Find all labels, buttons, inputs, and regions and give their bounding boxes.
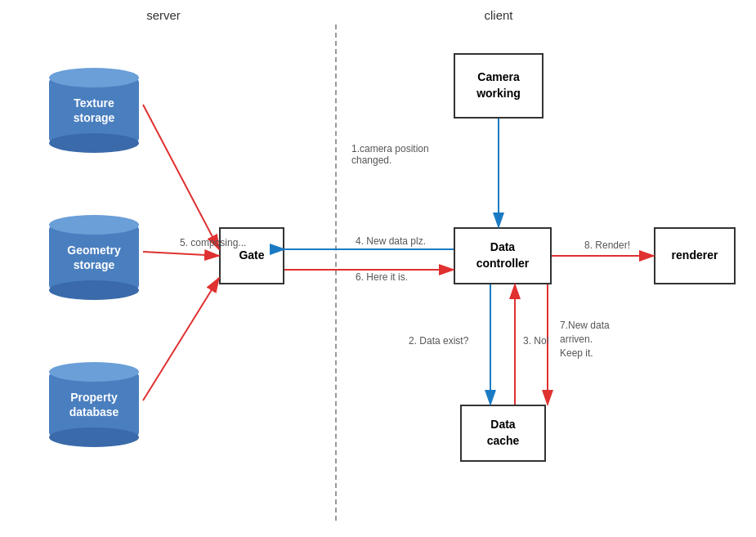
arrow-geometry-to-gate: [143, 252, 219, 256]
property-database: Propertydatabase: [45, 364, 143, 445]
renderer-label: renderer: [672, 248, 718, 264]
label-8: 8. Render!: [584, 239, 630, 251]
gate-label: Gate: [239, 248, 264, 264]
divider: [335, 25, 337, 521]
property-database-label: Propertydatabase: [69, 390, 119, 419]
label-1: 1.camera positionchanged.: [351, 143, 458, 166]
gate-box: Gate: [219, 227, 284, 284]
label-7: 7.New dataarriven.Keep it.: [560, 319, 650, 360]
texture-storage-label: Texturestorage: [74, 96, 115, 125]
data-cache-label: Datacache: [487, 417, 520, 449]
label-6: 6. Here it is.: [356, 271, 408, 283]
data-cache-box: Datacache: [460, 405, 546, 462]
geometry-storage: Geometrystorage: [45, 217, 143, 298]
renderer-box: renderer: [654, 227, 736, 284]
label-3: 3. No!: [523, 335, 549, 347]
label-2: 2. Data exist?: [409, 335, 482, 347]
data-controller-label: Datacontroller: [476, 239, 530, 271]
arrow-property-to-gate: [143, 278, 219, 401]
arrow-texture-to-gate: [143, 105, 219, 249]
client-label: client: [458, 8, 539, 22]
texture-storage: Texturestorage: [45, 69, 143, 151]
data-controller-box: Datacontroller: [454, 227, 552, 284]
label-5: 5. composing...: [180, 237, 246, 248]
geometry-storage-label: Geometrystorage: [67, 243, 120, 272]
server-label: server: [123, 8, 204, 22]
label-4: 4. New data plz.: [356, 235, 426, 247]
diagram: server client Texturestorage Geometrysto…: [0, 0, 756, 537]
camera-working-box: Cameraworking: [454, 53, 544, 119]
camera-working-label: Cameraworking: [476, 69, 521, 101]
